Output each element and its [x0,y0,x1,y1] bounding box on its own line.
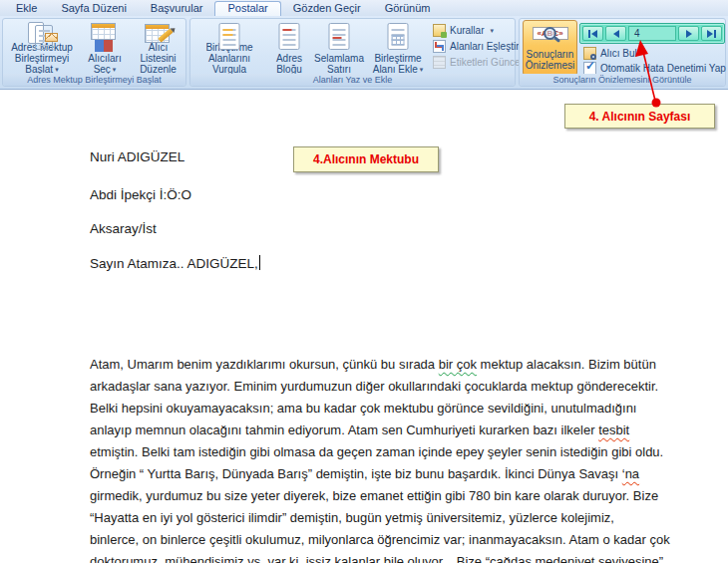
first-record-button[interactable] [582,26,603,41]
start-mail-merge-button[interactable]: Adres Mektup Birleştirmeyi Başlat▾ [4,20,80,75]
edit-recipient-list-button[interactable]: Alıcı Listesini Düzenle [130,20,186,75]
dropdown-arrow-icon: ▾ [420,66,424,73]
word-window: Ekle Sayfa Düzeni Başvurular Postalar Gö… [0,0,728,563]
group-label-start-mail-merge: Adres Mektup Birleştirmeyi Başlat [3,74,185,86]
tab-postalar[interactable]: Postalar [214,1,280,16]
body-line: “Hayatta en iyi yol gösterici ilimdir” d… [90,507,718,529]
previous-record-icon [613,30,619,38]
rules-icon [433,24,446,37]
last-record-button[interactable] [701,26,722,41]
ribbon: Adres Mektup Birleştirmeyi Başlat▾ Alıcı… [0,16,728,90]
body-line: etmiştin. Belki tam istediğin gibi olmas… [90,441,718,463]
highlight-merge-fields-icon [214,22,244,41]
magnifier-icon [544,27,556,40]
match-fields-label: Alanları Eşleştir [450,41,519,52]
record-navigator: 4 [579,23,725,44]
body-paragraph: Atam, Umarım benim yazdıklarımı okursun,… [90,354,718,563]
address-block-button[interactable]: Adres Bloğu [267,20,311,75]
body-line: Belki hepsini okuyamayacaksın; ama bu ka… [90,398,718,420]
dropdown-arrow-icon: ▾ [113,66,117,73]
callout-letter: 4.Alıcının Mektubu [293,146,439,172]
tab-gorunum[interactable]: Görünüm [373,1,443,16]
record-number-field[interactable]: 4 [628,26,676,41]
recipient-school: Abdi İpekçi İ:Ö:O [90,187,191,202]
previous-record-button[interactable] [605,26,626,41]
callout-page: 4. Alıcının Sayfası [564,104,715,129]
group-label-preview-results: Sonuçların Önizlemesini Görüntüle [520,74,725,86]
edit-recipient-list-label: Alıcı Listesini Düzenle [140,42,177,75]
select-recipients-label: Alıcıları Seç [88,53,121,75]
body-line: Atam, Umarım benim yazdıklarımı okursun,… [90,354,718,376]
edit-recipient-list-icon [144,22,174,41]
preview-results-label: Sonuçların Önizlemesi [526,49,574,71]
dropdown-arrow-icon: ▾ [55,66,59,73]
preview-results-button[interactable]: «ABC» Sonuçların Önizlemesi [523,20,577,76]
next-record-button[interactable] [678,26,699,41]
first-record-icon [588,30,590,38]
body-line: anlayıp memnun olacağını tahmin ediyorum… [90,420,718,441]
select-recipients-button[interactable]: Alıcıları Seç▾ [80,20,130,75]
last-record-icon [707,30,713,38]
tab-sayfa-duzeni[interactable]: Sayfa Düzeni [49,1,138,16]
auto-check-errors-label: Otomatik Hata Denetimi Yap [600,63,726,74]
body-line: arkadaşlar sana yazıyor. Eminim yurdumuz… [90,376,718,398]
update-labels-icon [433,56,446,69]
find-recipient-label: Alıcı Bul [600,48,637,59]
rules-label: Kurallar [450,25,484,36]
salutation-line: Sayın Atamıza.. ADIGÜZEL, [90,255,260,271]
greeting-line-label: Selamlama Satırı [314,53,364,75]
tab-basvurular[interactable]: Başvurular [139,1,215,16]
text-cursor [259,255,260,270]
group-start-mail-merge: Adres Mektup Birleştirmeyi Başlat▾ Alıcı… [2,18,186,87]
ribbon-tab-bar: Ekle Sayfa Düzeni Başvurular Postalar Gö… [0,0,728,16]
greeting-line-icon [324,22,354,52]
tab-ekle[interactable]: Ekle [4,1,49,16]
group-write-insert-fields: Birleştirme Alanlarını Vurgula Adres Blo… [189,18,516,87]
group-preview-results: «ABC» Sonuçların Önizlemesi 4 Alıcı Bul … [519,18,726,87]
start-mail-merge-icon [27,22,57,41]
recipient-name: Nuri ADIGÜZEL [90,149,184,164]
address-block-icon [274,22,304,52]
match-fields-icon [433,40,446,53]
dropdown-arrow-icon: ▾ [490,27,494,35]
body-line: Örneğin “ Yurtta Barış, Dünyada Barış” d… [90,463,718,485]
recipient-city: Aksaray/İst [90,221,157,236]
insert-merge-field-label: Birleştirme Alanı Ekle [373,53,422,75]
insert-merge-field-button[interactable]: Birleştirme Alanı Ekle▾ [367,20,429,75]
body-line: binlerce, on binlerce çeşitli okulumuz, … [90,529,718,551]
preview-results-icon: «ABC» [533,24,568,48]
select-recipients-icon [90,22,120,52]
body-line: doktorumuz, mühendisimiz vs. var ki, işs… [90,551,718,563]
next-record-icon [686,30,692,38]
salutation-text: Sayın Atamıza.. ADIGÜZEL, [90,256,258,271]
body-line: girmedik, yurdumuz bu size yeter diyerek… [90,485,718,507]
highlight-merge-fields-button[interactable]: Birleştirme Alanlarını Vurgula [191,20,267,75]
insert-merge-field-icon [383,22,413,52]
group-label-write-insert-fields: Alanları Yaz ve Ekle [190,74,515,86]
greeting-line-button[interactable]: Selamlama Satırı [311,20,367,75]
tab-gozden-gecir[interactable]: Gözden Geçir [281,1,373,16]
address-block-label: Adres Bloğu [276,53,302,75]
